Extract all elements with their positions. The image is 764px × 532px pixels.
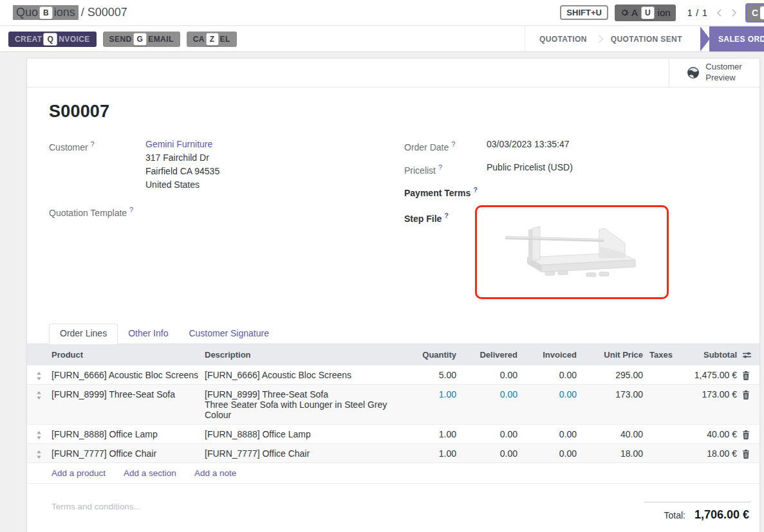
stage-quotation-sent[interactable]: QUOTATION SENT <box>599 35 694 44</box>
field-step-file: Step File ? <box>404 209 747 299</box>
cell-product[interactable]: [FURN_6666] Acoustic Bloc Screens <box>50 365 203 384</box>
cell-description[interactable]: [FURN_6666] Acoustic Bloc Screens <box>203 365 400 384</box>
delete-line-button[interactable] <box>738 385 761 424</box>
tab-customer-signature[interactable]: Customer Signature <box>178 324 279 344</box>
cell-quantity[interactable]: 1.00 <box>400 425 458 443</box>
top-bar: QuoBions / S00007 SHIFT+U AUion 1 / 1 C <box>0 0 764 26</box>
order-lines-header: Product Description Quantity Delivered I… <box>27 344 759 365</box>
payment-terms-label: Payment Terms <box>404 188 471 198</box>
delete-line-button[interactable] <box>738 365 761 384</box>
edge-overlay-button[interactable]: C <box>745 3 764 23</box>
order-line-row[interactable]: [FURN_8888] Office Lamp [FURN_8888] Offi… <box>27 424 759 443</box>
step-file-preview[interactable] <box>475 205 669 299</box>
stage-arrow-icon <box>700 26 710 51</box>
action-bar: CREATQNVOICE SENDGEMAIL CAZEL QUOTATION … <box>0 26 764 52</box>
help-icon: ? <box>444 212 449 219</box>
tab-other-info[interactable]: Other Info <box>118 324 178 344</box>
pager-next-button[interactable] <box>730 7 739 19</box>
cell-invoiced[interactable]: 0.00 <box>519 385 578 424</box>
cell-unit-price[interactable]: 40.00 <box>578 425 644 443</box>
customer-label: Customer <box>49 142 88 152</box>
customer-address-line: United States <box>145 178 219 192</box>
cell-taxes[interactable] <box>644 365 674 384</box>
cell-quantity[interactable]: 1.00 <box>400 385 458 424</box>
cell-subtotal: 173.00 € <box>674 385 738 424</box>
cell-delivered[interactable]: 0.00 <box>458 425 519 443</box>
terms-and-conditions-input[interactable]: Terms and conditions... <box>51 502 141 522</box>
field-customer: Customer ? Gemini Furniture 317 Fairchil… <box>49 138 404 192</box>
field-quotation-template: Quotation Template ? <box>49 203 404 220</box>
add-a-section-link[interactable]: Add a section <box>124 468 176 478</box>
cell-taxes[interactable] <box>644 385 674 424</box>
col-product: Product <box>50 344 203 365</box>
field-pricelist: Pricelist ? Public Pricelist (USD) <box>404 161 747 178</box>
order-date-value[interactable]: 03/03/2023 13:35:47 <box>487 138 569 154</box>
trash-icon <box>742 450 750 459</box>
cell-subtotal: 40.00 € <box>674 425 738 443</box>
add-a-product-link[interactable]: Add a product <box>51 468 106 478</box>
trash-icon <box>742 390 750 399</box>
cancel-button[interactable]: CAZEL <box>187 32 237 47</box>
list-footer-links: Add a product Add a section Add a note <box>27 463 759 484</box>
cell-invoiced[interactable]: 0.00 <box>519 425 578 443</box>
breadcrumb-record: / S00007 <box>81 6 127 19</box>
drag-handle-icon <box>36 431 42 439</box>
cell-product[interactable]: [FURN_8999] Three-Seat Sofa <box>50 385 203 424</box>
action-label-pre: A <box>631 7 638 18</box>
add-a-note-link[interactable]: Add a note <box>194 468 236 478</box>
cell-invoiced[interactable]: 0.00 <box>519 444 578 463</box>
delete-line-button[interactable] <box>738 425 761 443</box>
pricelist-value[interactable]: Public Pricelist (USD) <box>487 161 573 178</box>
cell-description[interactable]: [FURN_8999] Three-Seat Sofa Three Seater… <box>203 385 400 424</box>
col-delivered: Delivered <box>458 344 519 365</box>
send-email-button[interactable]: SENDGEMAIL <box>103 32 180 47</box>
step-file-3d-part-image <box>503 219 641 278</box>
drag-handle[interactable] <box>27 365 50 384</box>
drag-handle[interactable] <box>27 444 50 463</box>
page-title: S00007 <box>49 102 747 122</box>
cell-unit-price[interactable]: 295.00 <box>578 365 644 384</box>
cell-description[interactable]: [FURN_8888] Office Lamp <box>203 425 400 443</box>
order-line-row[interactable]: [FURN_8999] Three-Seat Sofa [FURN_8999] … <box>27 384 759 424</box>
create-invoice-button[interactable]: CREATQNVOICE <box>8 32 97 47</box>
field-order-date: Order Date ? 03/03/2023 13:35:47 <box>404 138 747 154</box>
customer-preview-label-2: Preview <box>705 73 741 84</box>
col-subtotal: Subtotal <box>674 344 738 365</box>
cell-quantity[interactable]: 1.00 <box>400 444 458 463</box>
breadcrumb-quotations-link[interactable]: QuoBions <box>13 5 79 20</box>
order-line-row[interactable]: [FURN_7777] Office Chair [FURN_7777] Off… <box>27 443 759 463</box>
cell-unit-price[interactable]: 18.00 <box>578 444 644 463</box>
optional-columns-button[interactable] <box>738 344 761 365</box>
tab-order-lines[interactable]: Order Lines <box>49 324 118 344</box>
col-invoiced: Invoiced <box>519 344 578 365</box>
key-hint-u: U <box>641 6 655 19</box>
action-menu-button[interactable]: AUion <box>615 5 676 21</box>
cell-quantity[interactable]: 5.00 <box>400 365 458 384</box>
quotation-template-label: Quotation Template <box>49 208 127 218</box>
order-date-label: Order Date <box>404 142 449 152</box>
cell-delivered[interactable]: 0.00 <box>458 385 519 424</box>
cell-taxes[interactable] <box>644 425 674 443</box>
cell-invoiced[interactable]: 0.00 <box>519 365 578 384</box>
cell-description[interactable]: [FURN_7777] Office Chair <box>203 444 400 463</box>
cell-unit-price[interactable]: 173.00 <box>578 385 644 424</box>
drag-handle[interactable] <box>27 425 50 443</box>
cell-delivered[interactable]: 0.00 <box>458 444 519 463</box>
cell-taxes[interactable] <box>644 444 674 463</box>
action-label-post: ion <box>658 7 671 18</box>
cell-delivered[interactable]: 0.00 <box>458 365 519 384</box>
cell-product[interactable]: [FURN_8888] Office Lamp <box>50 425 203 443</box>
trash-icon <box>742 371 750 380</box>
pager-previous-button[interactable] <box>714 7 723 19</box>
customer-link[interactable]: Gemini Furniture <box>145 139 212 149</box>
customer-preview-button[interactable]: Customer Preview <box>669 59 759 87</box>
cell-product[interactable]: [FURN_7777] Office Chair <box>50 444 203 463</box>
delete-line-button[interactable] <box>738 444 761 463</box>
gear-icon <box>620 8 629 17</box>
order-line-row[interactable]: [FURN_6666] Acoustic Bloc Screens [FURN_… <box>27 365 759 384</box>
sale-order-card: Customer Preview S00007 Customer ? Gemin… <box>26 58 760 532</box>
stage-quotation[interactable]: QUOTATION <box>528 35 599 44</box>
drag-handle-icon <box>36 372 42 380</box>
drag-handle[interactable] <box>27 385 50 424</box>
stage-sales-order[interactable]: SALES ORDER <box>709 26 764 51</box>
